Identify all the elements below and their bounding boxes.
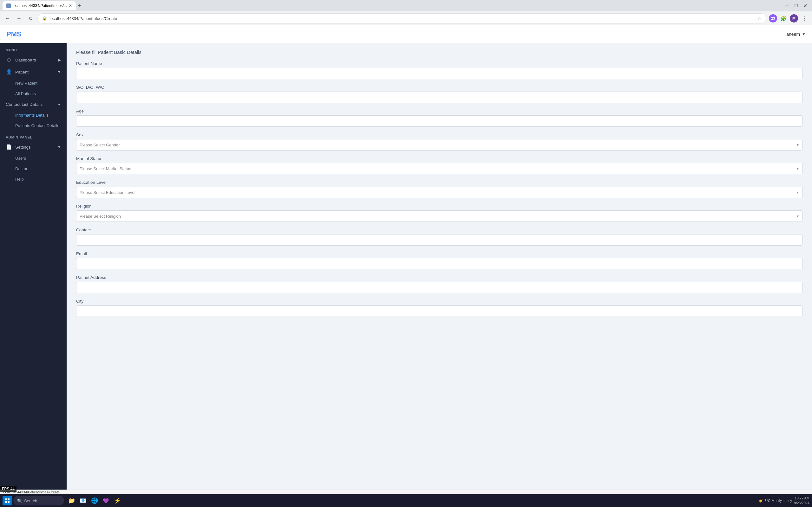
religion-select-wrapper: Please Select Religion Islam Christianit…: [76, 210, 803, 222]
taskbar-apps: 📁 📧 🌐 💜 ⚡: [67, 496, 122, 506]
reload-button[interactable]: ↻: [26, 14, 35, 23]
fps-counter: FPS 44: [0, 486, 16, 492]
sidebar-item-patient[interactable]: 👤 Patient ▼: [0, 66, 67, 78]
dashboard-icon: ⊙: [6, 57, 12, 63]
sidebar-item-contact-list[interactable]: Contact List Details ▼: [0, 99, 67, 110]
svg-rect-2: [5, 501, 7, 503]
sidebar-item-settings[interactable]: 📄 Settings ▼: [0, 141, 67, 153]
weather-desc: Mostly sunny: [772, 499, 792, 503]
new-tab-button[interactable]: +: [76, 3, 83, 9]
sidebar-item-users[interactable]: Users: [0, 153, 67, 164]
sidebar-item-all-patients[interactable]: All Patients: [0, 89, 67, 99]
start-button[interactable]: [3, 496, 12, 505]
tab-favicon: [6, 3, 11, 8]
minimize-button[interactable]: ─: [783, 1, 792, 10]
search-placeholder-text: Search: [24, 498, 37, 503]
taskbar-app-vs[interactable]: 💜: [101, 496, 111, 506]
religion-label: Religion: [76, 204, 803, 209]
sidebar-item-new-patient[interactable]: New Patient: [0, 78, 67, 89]
email-input[interactable]: [76, 258, 803, 269]
taskbar-app-terminal[interactable]: ⚡: [112, 496, 122, 506]
patient-address-label: Patinet Address: [76, 275, 803, 280]
religion-select[interactable]: Please Select Religion Islam Christianit…: [76, 210, 803, 222]
patient-address-input[interactable]: [76, 282, 803, 293]
username-label: aneem: [786, 32, 800, 37]
sidebar-item-doctor[interactable]: Doctor: [0, 164, 67, 174]
menu-button[interactable]: ⋮: [800, 14, 809, 23]
contact-label: Contact: [76, 228, 803, 232]
marital-status-select-wrapper: Please Select Marital Status Single Marr…: [76, 163, 803, 174]
email-label: Email: [76, 251, 803, 256]
sidebar-item-informants-details[interactable]: Informants Details: [0, 110, 67, 120]
user-menu[interactable]: aneem ▼: [786, 32, 806, 37]
taskbar-app-mail[interactable]: 📧: [78, 496, 88, 506]
age-group: Age: [76, 109, 803, 127]
taskbar-time: 10:22 AM: [794, 496, 809, 501]
bookmark-icon[interactable]: ☆: [757, 16, 762, 21]
city-group: City: [76, 299, 803, 317]
patient-address-group: Patinet Address: [76, 275, 803, 293]
app-header: PMS aneem ▼: [0, 25, 812, 43]
tab-close-button[interactable]: ✕: [69, 3, 72, 8]
back-button[interactable]: ←: [3, 14, 12, 23]
education-level-select[interactable]: Please Select Education Level Primary Se…: [76, 187, 803, 198]
taskbar: 🔍 Search 📁 📧 🌐 💜 ⚡ ☀️ 5°C Mostly sunny 1…: [0, 494, 812, 507]
dashboard-arrow-icon: ▶: [58, 58, 61, 62]
users-label: Users: [15, 156, 26, 161]
sidebar-item-help[interactable]: Help: [0, 174, 67, 184]
taskbar-app-browser[interactable]: 🌐: [90, 496, 100, 506]
contact-input[interactable]: [76, 234, 803, 245]
marital-status-group: Marital Status Please Select Marital Sta…: [76, 156, 803, 174]
age-input[interactable]: [76, 115, 803, 127]
sdo-input[interactable]: [76, 92, 803, 103]
taskbar-date: 9/26/2024: [794, 501, 809, 505]
sex-label: Sex: [76, 132, 803, 137]
education-level-group: Education Level Please Select Education …: [76, 180, 803, 198]
browser-tab[interactable]: localhost:44334/PatientInfoes/... ✕: [3, 1, 76, 10]
education-level-label: Education Level: [76, 180, 803, 185]
education-level-select-wrapper: Please Select Education Level Primary Se…: [76, 187, 803, 198]
settings-arrow-icon: ▼: [57, 145, 61, 149]
patient-icon: 👤: [6, 69, 12, 75]
sex-group: Sex Please Select Gender Male Female: [76, 132, 803, 151]
form-section-title: Please fill Patient Basic Details: [76, 49, 803, 55]
help-label: Help: [15, 177, 24, 181]
marital-status-label: Marital Status: [76, 156, 803, 161]
doctor-label: Doctor: [15, 166, 27, 171]
city-input[interactable]: [76, 305, 803, 317]
taskbar-app-file-explorer[interactable]: 📁: [67, 496, 77, 506]
taskbar-search-bar[interactable]: 🔍 Search: [13, 496, 64, 505]
extensions-button[interactable]: 23: [769, 14, 777, 22]
religion-group: Religion Please Select Religion Islam Ch…: [76, 204, 803, 222]
address-bar[interactable]: 🔒 localhost:44334/PatientInfoes/Create ☆: [38, 13, 766, 23]
search-icon: 🔍: [17, 498, 22, 503]
notification-area: ☀️ 5°C Mostly sunny: [759, 499, 792, 503]
contact-group: Contact: [76, 228, 803, 245]
maximize-button[interactable]: □: [792, 1, 801, 10]
settings-icon: 📄: [6, 144, 12, 150]
patient-name-input[interactable]: [76, 68, 803, 79]
contact-list-arrow-icon: ▼: [57, 103, 61, 107]
sidebar: MENU ⊙ Dashboard ▶ 👤 Patient ▼ New Patie…: [0, 43, 67, 507]
close-button[interactable]: ✕: [801, 1, 809, 10]
extensions-puzzle-button[interactable]: 🧩: [779, 14, 788, 23]
main-content: Please fill Patient Basic Details Patien…: [67, 43, 812, 507]
svg-rect-0: [5, 498, 7, 500]
app-logo: PMS: [6, 30, 21, 38]
sdo-group: S/O. D/O, W/O: [76, 85, 803, 103]
patient-label: Patient: [15, 70, 29, 74]
sidebar-item-patients-contact[interactable]: Patients Contact Details: [0, 120, 67, 131]
weather-temp: 5°C: [764, 499, 770, 503]
age-label: Age: [76, 109, 803, 113]
svg-rect-1: [8, 498, 9, 500]
forward-button[interactable]: →: [14, 14, 23, 23]
marital-status-select[interactable]: Please Select Marital Status Single Marr…: [76, 163, 803, 174]
svg-rect-3: [8, 501, 9, 503]
sex-select[interactable]: Please Select Gender Male Female: [76, 139, 803, 151]
sidebar-item-dashboard[interactable]: ⊙ Dashboard ▶: [0, 54, 67, 66]
app-container: PMS aneem ▼ MENU ⊙ Dashboard ▶ 👤 Patient…: [0, 25, 812, 507]
status-bar: localhost:44334/PatientInfoes/Create: [0, 490, 812, 494]
browser-actions: 23 🧩 M ⋮: [769, 14, 809, 23]
profile-button[interactable]: M: [790, 14, 798, 22]
secure-icon: 🔒: [42, 16, 47, 20]
